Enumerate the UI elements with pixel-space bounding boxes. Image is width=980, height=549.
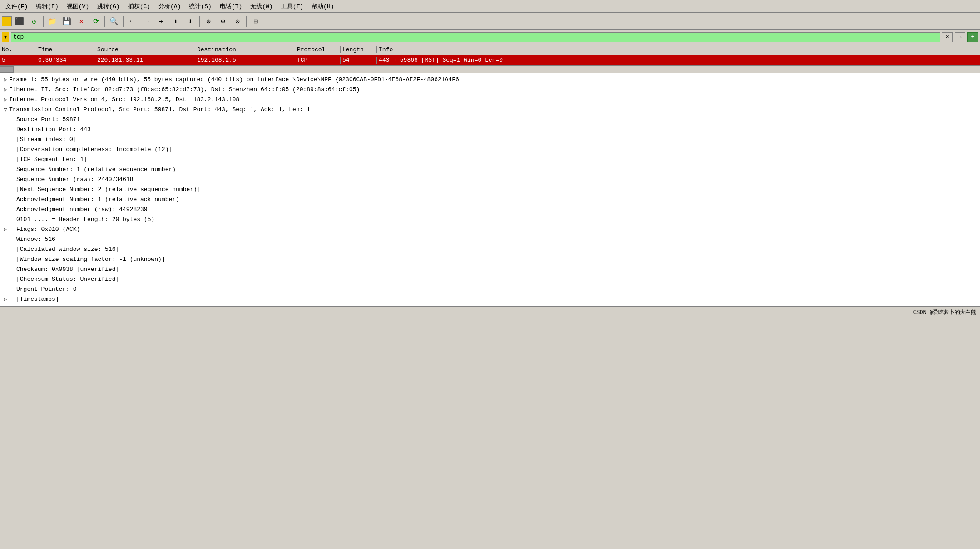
- tcp-dst-port-label: Destination Port: 443: [16, 126, 91, 133]
- tcp-header-len-label: 0101 .... = Header Length: 20 bytes (5): [16, 216, 154, 223]
- menu-help[interactable]: 帮助(H): [308, 1, 337, 11]
- tcp-calc-win[interactable]: ▷ [Calculated window size: 516]: [0, 244, 980, 254]
- forward-btn[interactable]: →: [140, 15, 153, 28]
- tcp-seq-raw[interactable]: ▷ Sequence Number (raw): 2440734618: [0, 174, 980, 184]
- hscrollbar[interactable]: [0, 66, 980, 73]
- sep1: [43, 16, 44, 27]
- packet-info: 443 → 59866 [RST] Seq=1 Win=0 Len=0: [377, 57, 980, 64]
- tcp-src-port-label: Source Port: 59871: [16, 116, 80, 123]
- col-header-protocol: Protocol: [295, 46, 341, 53]
- tcp-header-len[interactable]: ▷ 0101 .... = Header Length: 20 bytes (5…: [0, 214, 980, 224]
- menubar: 文件(F) 编辑(E) 视图(V) 跳转(G) 捕获(C) 分析(A) 统计(S…: [0, 0, 980, 13]
- tcp-win-scale[interactable]: ▷ [Window size scaling factor: -1 (unkno…: [0, 254, 980, 264]
- filter-input[interactable]: [11, 32, 940, 42]
- packet-list: No. Time Source Destination Protocol Len…: [0, 44, 980, 66]
- interface-btn[interactable]: [2, 16, 12, 26]
- col-header-length: Length: [341, 46, 377, 53]
- col-header-no: No.: [0, 46, 36, 53]
- back-btn[interactable]: ←: [125, 15, 139, 28]
- menu-edit[interactable]: 编辑(E): [32, 1, 62, 11]
- zoom-out-btn[interactable]: ⊖: [216, 15, 230, 28]
- ethernet-tree-item[interactable]: ▷ Ethernet II, Src: IntelCor_82:d7:73 (f…: [0, 84, 980, 94]
- menu-wireless[interactable]: 无线(W): [247, 1, 276, 11]
- tcp-flags[interactable]: ▷ Flags: 0x010 (ACK): [0, 224, 980, 234]
- ethernet-label: Ethernet II, Src: IntelCor_82:d7:73 (f8:…: [9, 86, 360, 93]
- menu-capture[interactable]: 捕获(C): [124, 1, 154, 11]
- filter-dropdown-btn[interactable]: ▼: [2, 32, 9, 42]
- menu-file[interactable]: 文件(F): [2, 1, 31, 11]
- tcp-timestamps[interactable]: ▷ [Timestamps]: [0, 294, 980, 304]
- tcp-ack-raw[interactable]: ▷ Acknowledgment number (raw): 44928239: [0, 204, 980, 214]
- tcp-label: Transmission Control Protocol, Src Port:…: [9, 106, 310, 113]
- ip-toggle[interactable]: ▷: [2, 97, 9, 103]
- toolbar: ⬛ ↺ 📁 💾 ✕ ⟳ 🔍 ← → ⇥ ⬆ ⬇ ⊕ ⊖ ⊙ ⊞: [0, 13, 980, 30]
- menu-tools[interactable]: 工具(T): [277, 1, 307, 11]
- tcp-src-port[interactable]: ▷ Source Port: 59871: [0, 114, 980, 124]
- tcp-seg-len[interactable]: ▷ [TCP Segment Len: 1]: [0, 154, 980, 164]
- sep3: [123, 16, 124, 27]
- menu-telephony[interactable]: 电话(T): [216, 1, 246, 11]
- zoom-in-btn[interactable]: ⊕: [202, 15, 215, 28]
- packet-time: 0.367334: [36, 57, 95, 64]
- tcp-next-seq-label: [Next Sequence Number: 2 (relative seque…: [16, 186, 201, 193]
- tcp-checksum-status[interactable]: ▷ [Checksum Status: Unverified]: [0, 274, 980, 284]
- first-btn[interactable]: ⬆: [169, 15, 183, 28]
- menu-analyze[interactable]: 分析(A): [155, 1, 184, 11]
- filter-apply-btn[interactable]: →: [955, 32, 965, 42]
- save-btn[interactable]: 💾: [60, 15, 74, 28]
- tcp-stream-idx[interactable]: ▷ [Stream index: 0]: [0, 134, 980, 144]
- last-btn[interactable]: ⬇: [183, 15, 197, 28]
- frame-tree-item[interactable]: ▷ Frame 1: 55 bytes on wire (440 bits), …: [0, 74, 980, 84]
- sep4: [199, 16, 200, 27]
- stop-btn[interactable]: ⬛: [13, 15, 26, 28]
- filterbar: ▼ × → +: [0, 30, 980, 44]
- menu-statistics[interactable]: 统计(S): [185, 1, 215, 11]
- tcp-tree-item[interactable]: ▽ Transmission Control Protocol, Src Por…: [0, 104, 980, 114]
- menu-goto[interactable]: 跳转(G): [94, 1, 123, 11]
- goto-btn[interactable]: ⇥: [154, 15, 168, 28]
- tcp-seq-raw-label: Sequence Number (raw): 2440734618: [16, 176, 133, 183]
- col-header-source: Source: [95, 46, 195, 53]
- tcp-seq-num[interactable]: ▷ Sequence Number: 1 (relative sequence …: [0, 164, 980, 174]
- close-btn[interactable]: ✕: [74, 15, 88, 28]
- packet-length: 54: [341, 57, 377, 64]
- tcp-checksum-status-label: [Checksum Status: Unverified]: [16, 276, 119, 283]
- zoom-reset-btn[interactable]: ⊙: [231, 15, 244, 28]
- col-header-info: Info: [377, 46, 980, 53]
- tcp-dst-port[interactable]: ▷ Destination Port: 443: [0, 124, 980, 134]
- tcp-calc-win-label: [Calculated window size: 516]: [16, 246, 119, 253]
- menu-view[interactable]: 视图(V): [63, 1, 93, 11]
- tcp-ack-num-label: Acknowledgment Number: 1 (relative ack n…: [16, 196, 179, 203]
- tcp-ack-raw-label: Acknowledgment number (raw): 44928239: [16, 206, 148, 213]
- reload-btn[interactable]: ⟳: [89, 15, 103, 28]
- tcp-next-seq[interactable]: ▷ [Next Sequence Number: 2 (relative seq…: [0, 184, 980, 194]
- ip-tree-item[interactable]: ▷ Internet Protocol Version 4, Src: 192.…: [0, 94, 980, 104]
- packet-list-header: No. Time Source Destination Protocol Len…: [0, 44, 980, 55]
- filter-add-btn[interactable]: +: [967, 32, 978, 42]
- statusbar-text: CSDN @爱吃萝卜的大白熊: [913, 309, 976, 316]
- tcp-conv-completeness[interactable]: ▷ [Conversation completeness: Incomplete…: [0, 144, 980, 154]
- frame-toggle[interactable]: ▷: [2, 77, 9, 83]
- open-btn[interactable]: 📁: [45, 15, 59, 28]
- packet-source: 220.181.33.11: [95, 57, 195, 64]
- packet-row[interactable]: 5 0.367334 220.181.33.11 192.168.2.5 TCP…: [0, 55, 980, 65]
- tcp-checksum[interactable]: ▷ Checksum: 0x0938 [unverified]: [0, 264, 980, 274]
- tcp-urgent-ptr[interactable]: ▷ Urgent Pointer: 0: [0, 284, 980, 294]
- tcp-window[interactable]: ▷ Window: 516: [0, 234, 980, 244]
- tcp-timestamps-toggle[interactable]: ▷: [2, 296, 9, 302]
- tcp-win-scale-label: [Window size scaling factor: -1 (unknown…: [16, 256, 165, 263]
- tcp-window-label: Window: 516: [16, 236, 55, 243]
- tcp-flags-toggle[interactable]: ▷: [2, 226, 9, 232]
- ethernet-toggle[interactable]: ▷: [2, 87, 9, 93]
- find-btn[interactable]: 🔍: [107, 15, 121, 28]
- restart-btn[interactable]: ↺: [27, 15, 41, 28]
- tcp-toggle[interactable]: ▽: [2, 107, 9, 113]
- tcp-ack-num[interactable]: ▷ Acknowledgment Number: 1 (relative ack…: [0, 194, 980, 204]
- statusbar: CSDN @爱吃萝卜的大白熊: [0, 307, 980, 318]
- tcp-checksum-label: Checksum: 0x0938 [unverified]: [16, 266, 119, 273]
- filter-clear-btn[interactable]: ×: [942, 32, 953, 42]
- resize-cols-btn[interactable]: ⊞: [249, 15, 262, 28]
- packet-no: 5: [0, 57, 36, 64]
- tcp-seg-len-label: [TCP Segment Len: 1]: [16, 156, 87, 163]
- tcp-seq-num-label: Sequence Number: 1 (relative sequence nu…: [16, 166, 176, 173]
